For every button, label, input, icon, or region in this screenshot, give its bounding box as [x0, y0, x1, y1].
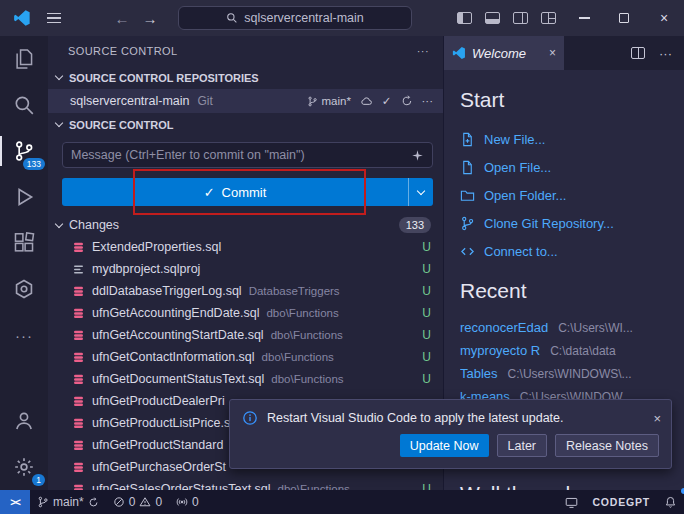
additional-views-icon[interactable]: ··· [0, 312, 48, 358]
title-bar: ← → sqlservercentral-main × [0, 0, 684, 36]
release-notes-button[interactable]: Release Notes [555, 434, 659, 457]
codegpt-icon[interactable] [0, 266, 48, 312]
file-row[interactable]: ExtendedProperties.sql U [48, 236, 443, 258]
open-file-icon [460, 160, 475, 175]
recent-name: reconocerEdad [460, 320, 548, 335]
tab-close-icon[interactable]: × [549, 46, 556, 60]
clone-repo-link[interactable]: Clone Git Repository... [460, 209, 676, 237]
file-status: U [422, 262, 431, 276]
statusbar-branch[interactable]: main* [30, 490, 106, 514]
sparkle-icon[interactable] [411, 149, 424, 162]
project-file-icon [72, 263, 85, 276]
screencast-indicator[interactable] [558, 490, 585, 514]
connect-to-link[interactable]: Connect to... [460, 237, 676, 265]
minimize-button[interactable] [564, 0, 604, 36]
sidebar-more-icon[interactable]: ··· [417, 45, 429, 57]
repo-more-icon[interactable]: ··· [422, 95, 434, 107]
file-path: DatabaseTriggers [249, 285, 340, 297]
file-row[interactable]: ufnGetContactInformation.sql dbo\Functio… [48, 346, 443, 368]
toggle-secondary-sidebar-icon[interactable] [513, 12, 528, 24]
source-control-header-label: SOURCE CONTROL [69, 119, 174, 131]
codegpt-status[interactable]: CODEGPT [585, 490, 657, 514]
explorer-icon[interactable] [0, 36, 48, 82]
publish-cloud-icon[interactable] [360, 95, 373, 108]
file-path: dbo\Functions [278, 483, 350, 490]
remote-indicator[interactable]: >< [0, 490, 30, 514]
warning-icon [139, 496, 151, 508]
file-status: U [422, 372, 431, 386]
start-item-label: Open Folder... [484, 188, 566, 203]
command-center-search[interactable]: sqlservercentral-main [178, 6, 412, 30]
file-row[interactable]: ufnGetSalesOrderStatusText.sql dbo\Funct… [48, 478, 443, 490]
update-now-button[interactable]: Update Now [400, 434, 489, 457]
forward-arrow-button[interactable]: → [136, 0, 164, 36]
recent-heading: Recent [460, 279, 676, 303]
tab-welcome[interactable]: Welcome × [444, 36, 564, 70]
recent-item[interactable]: Tables C:\Users\WINDOWS\... [460, 362, 676, 385]
file-row[interactable]: mydbproject.sqlproj U [48, 258, 443, 280]
chevron-down-icon [417, 186, 425, 194]
source-control-icon[interactable]: 133 [0, 128, 48, 174]
recent-path: C:\data\data [550, 344, 615, 358]
commit-button[interactable]: ✓ Commit [62, 178, 408, 206]
ports-indicator[interactable]: 0 [169, 490, 206, 514]
changes-section-header[interactable]: Changes 133 [48, 214, 443, 236]
recent-name: Tables [460, 366, 498, 381]
back-arrow-button[interactable]: ← [108, 0, 136, 36]
warning-count: 0 [155, 495, 162, 509]
close-button[interactable]: × [644, 0, 684, 36]
problems-indicator[interactable]: 0 0 [106, 490, 169, 514]
maximize-button[interactable] [604, 0, 644, 36]
repo-branch-indicator[interactable]: main* [307, 95, 350, 107]
repository-row[interactable]: sqlservercentral-main Git main* ✓ ··· [48, 89, 443, 113]
settings-gear-icon[interactable]: 1 [0, 444, 48, 490]
menu-icon[interactable] [40, 0, 68, 36]
recent-item[interactable]: reconocerEdad C:\Users\WI... [460, 316, 676, 339]
vscode-window: ← → sqlservercentral-main × 133 [0, 0, 684, 514]
maximize-icon [619, 13, 629, 23]
open-file-link[interactable]: Open File... [460, 153, 676, 181]
file-name: ufnGetDocumentStatusText.sql [92, 372, 264, 386]
file-name: ufnGetAccountingEndDate.sql [92, 306, 259, 320]
broadcast-icon [176, 496, 188, 508]
section-source-control[interactable]: SOURCE CONTROL [48, 113, 443, 136]
later-button[interactable]: Later [497, 434, 548, 457]
file-name: ddlDatabaseTriggerLog.sql [92, 284, 242, 298]
git-branch-icon [460, 216, 475, 231]
customize-layout-icon[interactable] [541, 12, 556, 24]
file-row[interactable]: ufnGetDocumentStatusText.sql dbo\Functio… [48, 368, 443, 390]
new-file-link[interactable]: New File... [460, 125, 676, 153]
toggle-panel-icon[interactable] [485, 12, 500, 24]
bell-icon [664, 496, 677, 509]
minimize-icon [579, 17, 590, 18]
run-debug-icon[interactable] [0, 174, 48, 220]
search-view-icon[interactable] [0, 82, 48, 128]
info-icon [242, 410, 258, 426]
sidebar-title: SOURCE CONTROL [68, 45, 178, 57]
commit-dropdown-button[interactable] [408, 178, 433, 206]
commit-check-icon[interactable]: ✓ [382, 94, 392, 108]
editor-more-icon[interactable]: ··· [659, 46, 672, 61]
file-path: dbo\Functions [271, 373, 343, 385]
notification-close-icon[interactable]: × [653, 411, 661, 426]
file-name: ufnGetContactInformation.sql [92, 350, 255, 364]
file-row[interactable]: ufnGetAccountingEndDate.sql dbo\Function… [48, 302, 443, 324]
commit-message-input[interactable]: Message (Ctrl+Enter to commit on "main") [62, 142, 433, 168]
extensions-icon[interactable] [0, 220, 48, 266]
file-row[interactable]: ddlDatabaseTriggerLog.sql DatabaseTrigge… [48, 280, 443, 302]
section-repositories[interactable]: SOURCE CONTROL REPOSITORIES [48, 66, 443, 89]
open-folder-link[interactable]: Open Folder... [460, 181, 676, 209]
database-file-icon [72, 483, 85, 491]
screen-icon [565, 496, 578, 509]
search-icon [226, 12, 238, 24]
notifications-bell[interactable] [657, 490, 684, 514]
toggle-sidebar-icon[interactable] [457, 12, 472, 24]
recent-item[interactable]: myproyecto R C:\data\data [460, 339, 676, 362]
accounts-icon[interactable] [0, 398, 48, 444]
split-editor-icon[interactable] [631, 47, 645, 59]
database-file-icon [72, 329, 85, 342]
tab-bar: Welcome × ··· [444, 36, 684, 70]
refresh-icon[interactable] [401, 95, 413, 107]
file-row[interactable]: ufnGetAccountingStartDate.sql dbo\Functi… [48, 324, 443, 346]
file-name: ufnGetSalesOrderStatusText.sql [92, 482, 271, 490]
